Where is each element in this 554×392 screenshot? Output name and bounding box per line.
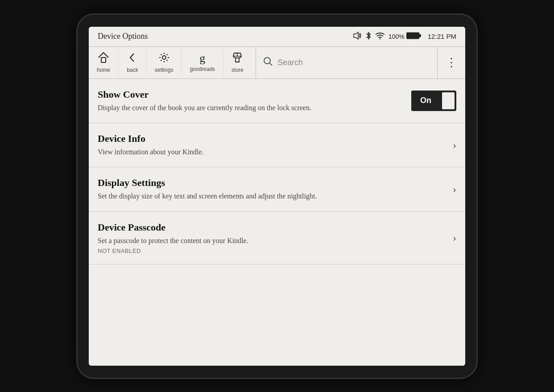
battery-percent: 100% bbox=[389, 33, 405, 40]
battery-icon bbox=[406, 32, 422, 41]
nav-item-back[interactable]: back bbox=[119, 48, 147, 77]
svg-rect-3 bbox=[419, 34, 421, 37]
device-info-title: Device Info bbox=[98, 133, 444, 144]
settings-icon bbox=[158, 52, 170, 65]
svg-rect-4 bbox=[101, 58, 106, 62]
display-settings-chevron: › bbox=[453, 183, 456, 195]
speaker-icon bbox=[353, 32, 362, 41]
nav-item-store[interactable]: store bbox=[223, 48, 252, 77]
nav-more-button[interactable]: ⋮ bbox=[438, 47, 465, 78]
nav-bar: home back bbox=[89, 47, 465, 79]
nav-label-home: home bbox=[97, 67, 110, 73]
toggle-on-label: On bbox=[411, 91, 440, 111]
nav-label-goodreads: goodreads bbox=[190, 66, 215, 72]
settings-item-display-settings[interactable]: Display Settings Set the display size of… bbox=[89, 167, 465, 211]
screen: Device Options bbox=[89, 27, 465, 366]
page-title: Device Options bbox=[98, 32, 148, 41]
nav-items: home back bbox=[89, 47, 256, 78]
settings-item-show-cover-text: Show Cover Display the cover of the book… bbox=[98, 89, 411, 113]
device-passcode-chevron: › bbox=[453, 232, 456, 244]
show-cover-toggle[interactable]: On bbox=[411, 91, 456, 111]
svg-marker-0 bbox=[354, 32, 358, 39]
status-bar: Device Options bbox=[89, 27, 465, 47]
show-cover-title: Show Cover bbox=[98, 89, 402, 100]
nav-item-goodreads[interactable]: g goodreads bbox=[182, 49, 223, 76]
battery-container: 100% bbox=[389, 32, 422, 41]
settings-content: Show Cover Display the cover of the book… bbox=[89, 79, 465, 366]
wifi-icon bbox=[375, 32, 385, 41]
home-icon bbox=[98, 52, 109, 65]
settings-item-display-settings-text: Display Settings Set the display size of… bbox=[98, 177, 453, 201]
settings-item-show-cover[interactable]: Show Cover Display the cover of the book… bbox=[89, 79, 465, 123]
toggle-off-indicator bbox=[442, 92, 455, 109]
settings-item-device-passcode-text: Device Passcode Set a passcode to protec… bbox=[98, 222, 453, 254]
search-icon bbox=[263, 57, 273, 69]
nav-item-settings[interactable]: settings bbox=[147, 48, 182, 77]
svg-point-1 bbox=[379, 38, 380, 39]
store-icon bbox=[232, 52, 243, 65]
device-passcode-sub: NOT ENABLED bbox=[98, 248, 444, 254]
svg-point-5 bbox=[162, 56, 166, 59]
settings-item-device-passcode[interactable]: Device Passcode Set a passcode to protec… bbox=[89, 212, 465, 264]
nav-item-home[interactable]: home bbox=[89, 48, 119, 77]
device-info-description: View information about your Kindle. bbox=[98, 147, 444, 157]
nav-label-store: store bbox=[232, 67, 244, 73]
show-cover-description: Display the cover of the book you are cu… bbox=[98, 103, 402, 113]
display-settings-title: Display Settings bbox=[98, 177, 444, 189]
svg-line-8 bbox=[270, 63, 273, 66]
search-area[interactable]: Search bbox=[256, 47, 438, 78]
back-icon bbox=[127, 52, 138, 65]
nav-label-back: back bbox=[127, 67, 138, 73]
display-settings-description: Set the display size of key text and scr… bbox=[98, 191, 444, 201]
svg-point-7 bbox=[264, 58, 270, 64]
clock-time: 12:21 PM bbox=[428, 33, 456, 40]
status-icons: 100% 12:21 PM bbox=[353, 31, 456, 42]
device-frame: Device Options bbox=[76, 13, 478, 379]
nav-label-settings: settings bbox=[155, 67, 173, 73]
svg-rect-2 bbox=[406, 33, 419, 39]
search-placeholder: Search bbox=[277, 58, 303, 67]
more-icon: ⋮ bbox=[446, 56, 457, 70]
device-passcode-description: Set a passcode to protect the content on… bbox=[98, 236, 444, 246]
goodreads-icon: g bbox=[199, 53, 205, 64]
device-passcode-title: Device Passcode bbox=[98, 222, 444, 233]
settings-item-device-info-text: Device Info View information about your … bbox=[98, 133, 453, 157]
device-info-chevron: › bbox=[453, 139, 456, 151]
bluetooth-icon bbox=[365, 31, 372, 42]
settings-item-device-info[interactable]: Device Info View information about your … bbox=[89, 123, 465, 167]
